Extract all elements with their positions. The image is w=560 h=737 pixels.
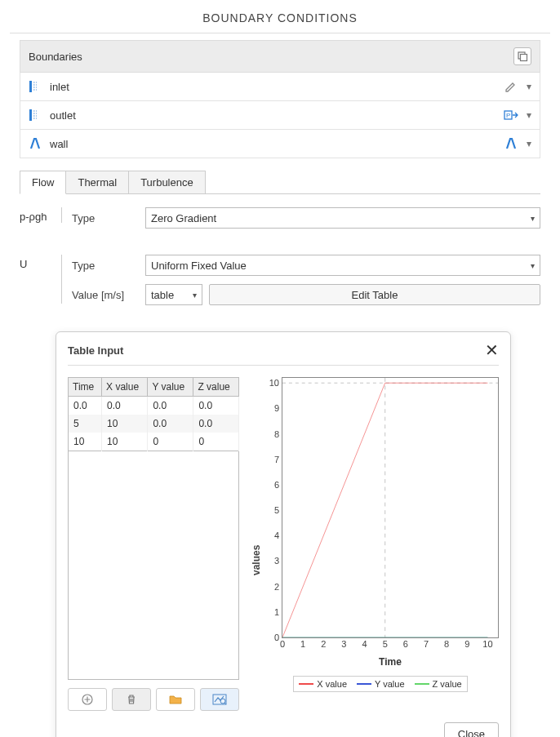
copy-icon xyxy=(517,51,528,62)
plus-icon xyxy=(82,694,93,705)
table-cell[interactable]: 0.0 xyxy=(102,397,148,415)
tab-flow[interactable]: Flow xyxy=(20,171,66,194)
legend-label: X value xyxy=(317,679,347,689)
chart-svg xyxy=(282,378,498,637)
table-cell[interactable]: 5 xyxy=(69,415,102,433)
table-row[interactable]: 0.00.00.00.0 xyxy=(69,397,239,415)
add-row-button[interactable] xyxy=(68,688,107,711)
legend-line-icon xyxy=(299,683,313,685)
svg-rect-2 xyxy=(29,81,32,92)
preview-chart-button[interactable] xyxy=(200,688,239,711)
table-cell[interactable]: 10 xyxy=(102,433,148,451)
close-icon[interactable]: ✕ xyxy=(485,342,499,358)
table-cell[interactable]: 0.0 xyxy=(148,415,193,433)
chevron-down-icon: ▾ xyxy=(531,261,535,270)
copy-boundaries-button[interactable] xyxy=(513,47,531,65)
inlet-icon xyxy=(29,80,40,93)
u-value-mode-select[interactable]: table ▾ xyxy=(145,284,202,305)
xtick: 6 xyxy=(403,639,408,649)
divider xyxy=(10,33,550,33)
edit-icon[interactable] xyxy=(504,79,518,94)
legend-item: Y value xyxy=(357,679,405,689)
xtick: 9 xyxy=(464,639,469,649)
xtick: 4 xyxy=(362,639,367,649)
xtick: 10 xyxy=(482,639,492,649)
chart-xlabel: Time xyxy=(282,656,499,668)
divider xyxy=(68,365,499,366)
ytick: 3 xyxy=(274,556,279,566)
tab-turbulence[interactable]: Turbulence xyxy=(129,171,206,194)
ytick: 4 xyxy=(274,531,279,540)
ytick: 9 xyxy=(274,403,279,413)
xtick: 7 xyxy=(424,639,429,649)
type-label: Type xyxy=(72,212,145,224)
boundaries-header: Boundaries xyxy=(20,40,540,73)
chart-plot-area: 012345678910 012345678910 xyxy=(282,377,499,638)
xtick: 1 xyxy=(300,639,305,649)
outlet-icon xyxy=(29,109,40,122)
folder-icon xyxy=(169,694,182,705)
legend-label: Z value xyxy=(433,679,462,689)
legend-item: X value xyxy=(299,679,347,689)
table-cell[interactable]: 0.0 xyxy=(193,397,239,415)
table-cell[interactable]: 0.0 xyxy=(193,415,239,433)
xtick: 2 xyxy=(321,639,326,649)
legend-label: Y value xyxy=(375,679,405,689)
chart-preview-icon xyxy=(212,694,227,705)
delete-row-button[interactable] xyxy=(112,688,151,711)
u-label: U xyxy=(20,255,62,304)
pressure-outlet-icon[interactable]: P xyxy=(504,108,518,122)
table-header[interactable]: Y value xyxy=(148,378,193,397)
edit-table-button[interactable]: Edit Table xyxy=(209,284,540,305)
p-rgh-type-select[interactable]: Zero Gradient ▾ xyxy=(145,207,540,229)
u-value-mode: table xyxy=(151,289,174,301)
boundary-name: inlet xyxy=(50,81,69,93)
boundary-row-inlet[interactable]: inlet ▾ xyxy=(20,73,540,101)
ytick: 5 xyxy=(274,505,279,515)
ytick: 8 xyxy=(274,429,279,439)
chevron-down-icon[interactable]: ▾ xyxy=(527,109,531,121)
tab-thermal[interactable]: Thermal xyxy=(66,171,129,194)
boundaries-label: Boundaries xyxy=(29,51,82,63)
legend-item: Z value xyxy=(415,679,462,689)
open-file-button[interactable] xyxy=(156,688,195,711)
ytick: 6 xyxy=(274,480,279,490)
table-header[interactable]: X value xyxy=(102,378,148,397)
boundary-name: wall xyxy=(50,138,68,150)
xtick: 3 xyxy=(341,639,346,649)
chevron-down-icon: ▾ xyxy=(193,291,197,300)
table-row[interactable]: 5100.00.0 xyxy=(69,415,239,433)
table-cell[interactable]: 10 xyxy=(69,433,102,451)
chevron-down-icon[interactable]: ▾ xyxy=(527,138,531,149)
boundary-row-outlet[interactable]: outlet P ▾ xyxy=(20,101,540,130)
ytick: 1 xyxy=(274,607,279,617)
chevron-down-icon[interactable]: ▾ xyxy=(527,81,531,92)
table-cell[interactable]: 0 xyxy=(193,433,239,451)
table-row[interactable]: 101000 xyxy=(69,433,239,451)
chart-ylabel: values xyxy=(249,377,262,711)
table-cell[interactable]: 0.0 xyxy=(69,397,102,415)
ytick: 2 xyxy=(274,582,279,592)
table-empty-area[interactable] xyxy=(68,451,239,680)
table-cell[interactable]: 0.0 xyxy=(148,397,193,415)
ytick: 10 xyxy=(269,378,279,388)
tabs: Flow Thermal Turbulence xyxy=(20,170,540,193)
table-cell[interactable]: 0 xyxy=(148,433,193,451)
wall-icon xyxy=(29,137,40,150)
boundary-row-wall[interactable]: wall ▾ xyxy=(20,130,540,158)
dialog-title: Table Input xyxy=(68,344,123,357)
table-header[interactable]: Z value xyxy=(193,378,239,397)
chart-legend: X valueY valueZ value xyxy=(293,676,467,692)
trash-icon xyxy=(126,694,137,705)
table-header[interactable]: Time xyxy=(69,378,102,397)
table-cell[interactable]: 10 xyxy=(102,415,148,433)
xtick: 0 xyxy=(280,639,285,649)
p-rgh-type-value: Zero Gradient xyxy=(151,212,216,224)
close-button[interactable]: Close xyxy=(444,722,499,737)
boundary-name: outlet xyxy=(50,109,76,122)
legend-line-icon xyxy=(357,683,371,685)
data-table[interactable]: TimeX valueY valueZ value 0.00.00.00.051… xyxy=(68,377,239,451)
u-type-select[interactable]: Uniform Fixed Value ▾ xyxy=(145,255,540,276)
wall-type-icon[interactable] xyxy=(504,136,518,151)
chevron-down-icon: ▾ xyxy=(531,214,535,223)
